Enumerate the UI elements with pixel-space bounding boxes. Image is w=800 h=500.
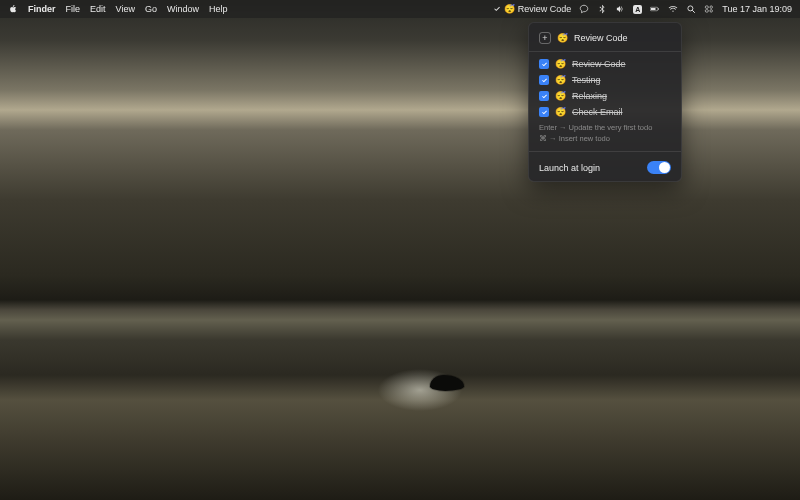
control-center-icon[interactable] — [704, 4, 714, 14]
svg-rect-6 — [706, 10, 709, 13]
todo-item[interactable]: 😴 Review Code — [529, 56, 681, 72]
hint-line: ⌘ → Insert new todo — [539, 134, 671, 145]
todo-label: Relaxing — [572, 91, 607, 101]
todo-label: Check Email — [572, 107, 623, 117]
bluetooth-icon[interactable] — [597, 4, 607, 14]
todo-label: Review Code — [572, 59, 626, 69]
hint-block: Enter → Update the very first todo ⌘ → I… — [529, 120, 681, 147]
todo-item[interactable]: 😴 Relaxing — [529, 88, 681, 104]
svg-rect-2 — [658, 8, 659, 10]
menu-edit[interactable]: Edit — [90, 4, 106, 14]
svg-line-4 — [693, 10, 696, 13]
svg-rect-5 — [706, 6, 709, 9]
check-icon — [493, 5, 501, 13]
plus-icon[interactable]: + — [539, 32, 551, 44]
svg-point-7 — [710, 6, 713, 9]
checkbox-icon[interactable] — [539, 59, 549, 69]
divider — [529, 51, 681, 52]
checkbox-icon[interactable] — [539, 75, 549, 85]
new-todo-row[interactable]: + 😴 Review Code — [529, 29, 681, 47]
todo-emoji-icon: 😴 — [555, 107, 566, 117]
svg-point-3 — [688, 6, 693, 11]
spotlight-icon[interactable] — [686, 4, 696, 14]
new-todo-emoji-icon: 😴 — [557, 33, 568, 43]
svg-rect-1 — [651, 8, 656, 10]
launch-at-login-label: Launch at login — [539, 163, 600, 173]
volume-icon[interactable] — [615, 4, 625, 14]
todo-menubar-item[interactable]: 😴 Review Code — [493, 4, 572, 14]
menubar-clock[interactable]: Tue 17 Jan 19:09 — [722, 4, 792, 14]
menu-view[interactable]: View — [116, 4, 135, 14]
wifi-icon[interactable] — [668, 4, 678, 14]
menubar: Finder File Edit View Go Window Help 😴 R… — [0, 0, 800, 18]
menu-go[interactable]: Go — [145, 4, 157, 14]
svg-point-8 — [710, 10, 713, 13]
todo-label: Testing — [572, 75, 601, 85]
todo-item[interactable]: 😴 Testing — [529, 72, 681, 88]
todo-emoji-icon: 😴 — [555, 75, 566, 85]
checkbox-icon[interactable] — [539, 91, 549, 101]
checkbox-icon[interactable] — [539, 107, 549, 117]
todo-menubar-label: Review Code — [518, 4, 572, 14]
menu-file[interactable]: File — [66, 4, 81, 14]
apple-logo-icon[interactable] — [8, 4, 18, 14]
battery-icon[interactable] — [650, 4, 660, 14]
todo-item[interactable]: 😴 Check Email — [529, 104, 681, 120]
toggle-knob — [659, 162, 670, 173]
messages-icon[interactable] — [579, 4, 589, 14]
launch-at-login-toggle[interactable] — [647, 161, 671, 174]
todo-emoji-icon: 😴 — [555, 59, 566, 69]
todo-emoji-icon: 😴 — [555, 91, 566, 101]
menu-help[interactable]: Help — [209, 4, 228, 14]
new-todo-input[interactable]: Review Code — [574, 33, 628, 43]
todo-panel: + 😴 Review Code 😴 Review Code 😴 Testing … — [528, 22, 682, 182]
launch-at-login-row: Launch at login — [529, 156, 681, 177]
menu-window[interactable]: Window — [167, 4, 199, 14]
wallpaper-rock — [430, 375, 464, 391]
input-source-indicator[interactable]: A — [633, 5, 642, 14]
todo-emoji-icon: 😴 — [504, 4, 515, 14]
active-app-name[interactable]: Finder — [28, 4, 56, 14]
hint-line: Enter → Update the very first todo — [539, 123, 671, 134]
divider — [529, 151, 681, 152]
